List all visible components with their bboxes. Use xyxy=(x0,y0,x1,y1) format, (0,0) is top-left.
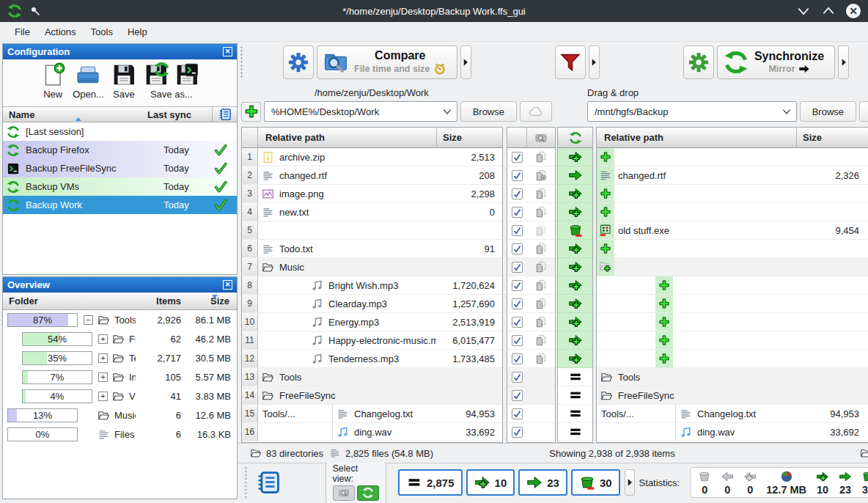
session-list-header[interactable]: Name Last sync xyxy=(3,106,237,122)
sync-action-cell[interactable] xyxy=(558,368,592,386)
filter-settings-button[interactable] xyxy=(555,45,586,79)
column-last-sync[interactable]: Last sync xyxy=(147,109,212,120)
overview-row[interactable]: 4%+VirtualDub413.83 MB xyxy=(3,386,237,405)
include-checkbox[interactable] xyxy=(512,262,523,273)
sync-action-cell[interactable] xyxy=(558,295,592,313)
file-row[interactable]: Tools/...Changelog.txt94,953 xyxy=(597,405,868,423)
config-log-button[interactable] xyxy=(212,107,237,122)
include-checkbox[interactable] xyxy=(512,317,523,328)
file-row[interactable] xyxy=(597,148,868,166)
include-checkbox[interactable] xyxy=(512,170,523,181)
file-row[interactable] xyxy=(597,331,868,350)
close-button[interactable]: ✕ xyxy=(846,4,861,18)
file-row[interactable]: 14FreeFileSync xyxy=(242,386,502,405)
sync-action-cell[interactable] xyxy=(558,405,592,423)
view-filter-equal[interactable]: 2,875 xyxy=(398,469,463,496)
column-size[interactable]: Size xyxy=(181,295,237,306)
include-checkbox[interactable] xyxy=(512,280,523,291)
overview-row[interactable]: 54%+FreeFileSync6246.2 MB xyxy=(3,329,237,348)
menu-help[interactable]: Help xyxy=(120,24,155,40)
column-size[interactable]: Size xyxy=(436,128,502,147)
file-row[interactable]: 6Todo.txt91 xyxy=(242,240,502,258)
pin-icon[interactable] xyxy=(29,5,41,17)
overview-close-icon[interactable]: ✕ xyxy=(223,280,232,290)
expander-plus-icon[interactable]: + xyxy=(98,353,108,363)
sync-action-cell[interactable] xyxy=(558,148,592,166)
column-relative-path[interactable]: Relative path xyxy=(597,132,796,143)
session-row[interactable]: Backup FirefoxToday xyxy=(3,141,237,159)
session-row[interactable]: Backup FreeFileSyncToday xyxy=(3,159,237,177)
file-row[interactable]: 9Clearday.mp31,257,690 xyxy=(242,295,502,313)
right-browse-button[interactable]: Browse xyxy=(800,101,856,122)
column-name[interactable]: Name xyxy=(3,109,147,120)
view-filter-create-right[interactable]: 10 xyxy=(466,469,515,496)
view-filter-dropdown-button[interactable] xyxy=(625,469,635,496)
add-folder-pair-button[interactable] xyxy=(241,102,261,122)
column-folder[interactable]: Folder xyxy=(3,295,136,306)
session-row[interactable]: [Last session] xyxy=(3,122,237,141)
right-cloud-button[interactable] xyxy=(859,101,868,122)
compare-dropdown-button[interactable] xyxy=(460,45,471,79)
include-checkbox[interactable] xyxy=(512,243,523,254)
file-row[interactable]: 10Energy.mp32,513,919 xyxy=(242,313,502,331)
file-row[interactable] xyxy=(597,185,868,203)
action-view-button[interactable] xyxy=(357,485,379,501)
sync-action-cell[interactable] xyxy=(558,240,592,258)
sync-settings-button[interactable] xyxy=(683,45,714,79)
config-button-save[interactable]: Save xyxy=(111,62,136,100)
config-button-open[interactable]: Open... xyxy=(73,62,104,100)
filter-dropdown-button[interactable] xyxy=(589,45,600,79)
overview-row[interactable]: 35%+Testing2,71730.5 MB xyxy=(3,348,237,367)
column-items[interactable]: Items xyxy=(136,295,181,306)
config-button-new[interactable]: New xyxy=(40,62,65,100)
file-row[interactable]: 15Tools/...Changelog.txt94,953 xyxy=(242,405,502,423)
expander-minus-icon[interactable]: − xyxy=(84,315,93,325)
file-row[interactable] xyxy=(597,240,868,258)
overview-row[interactable]: 87%−Tools2,92686.1 MB xyxy=(3,310,237,329)
include-checkbox[interactable] xyxy=(512,335,523,346)
view-filter-delete-right[interactable]: 30 xyxy=(571,469,620,496)
sync-action-cell[interactable] xyxy=(558,276,592,295)
open-log-button[interactable] xyxy=(254,467,284,498)
sync-action-cell[interactable] xyxy=(558,423,592,441)
sync-dropdown-button[interactable] xyxy=(838,45,849,79)
config-button-saveas[interactable]: Save as... xyxy=(144,62,199,100)
file-row[interactable] xyxy=(597,350,868,368)
include-checkbox[interactable] xyxy=(512,408,523,419)
maximize-button[interactable] xyxy=(821,4,836,18)
file-row[interactable]: ding.wav33,692 xyxy=(597,423,868,441)
file-row[interactable]: 3image.png2,298 xyxy=(242,185,502,203)
overview-row[interactable]: 0%+Files616.3 KB xyxy=(3,425,237,444)
compare-button[interactable]: Compare File time and size xyxy=(317,45,457,79)
include-checkbox[interactable] xyxy=(512,207,523,218)
menu-actions[interactable]: Actions xyxy=(37,24,84,40)
file-row[interactable]: 1archive.zip2,513 xyxy=(242,148,502,166)
column-relative-path[interactable]: Relative path xyxy=(258,132,436,143)
expander-plus-icon[interactable]: + xyxy=(98,334,108,344)
include-checkbox[interactable] xyxy=(512,427,523,438)
sync-action-cell[interactable] xyxy=(558,185,592,203)
file-row[interactable] xyxy=(597,203,868,221)
file-row[interactable]: old stuff.exe9,454 xyxy=(597,221,868,240)
sync-action-cell[interactable] xyxy=(558,221,592,240)
right-folder-combo[interactable]: /mnt/hgfs/Backup xyxy=(587,101,797,122)
bottombar-drag-handle[interactable] xyxy=(243,466,249,499)
left-cloud-button[interactable] xyxy=(520,101,552,122)
column-size[interactable]: Size xyxy=(796,128,868,147)
file-row[interactable]: 2changed.rtf208 xyxy=(242,166,502,185)
session-row[interactable]: Backup WorkToday xyxy=(3,196,237,214)
file-row[interactable]: FreeFileSync xyxy=(597,386,868,405)
overview-row[interactable]: 7%+Inno Setup1055.57 MB xyxy=(3,367,237,386)
swap-sides-button[interactable] xyxy=(555,92,584,121)
menu-file[interactable]: File xyxy=(7,24,37,40)
file-row[interactable] xyxy=(597,258,868,276)
include-checkbox[interactable] xyxy=(512,372,523,383)
file-row[interactable] xyxy=(597,276,868,295)
file-row[interactable] xyxy=(597,295,868,313)
action-grid-header[interactable] xyxy=(558,128,592,148)
sync-action-cell[interactable] xyxy=(558,203,592,221)
include-checkbox[interactable] xyxy=(512,188,523,199)
sync-action-cell[interactable] xyxy=(558,331,592,350)
sync-action-cell[interactable] xyxy=(558,258,592,276)
file-row[interactable] xyxy=(597,313,868,331)
